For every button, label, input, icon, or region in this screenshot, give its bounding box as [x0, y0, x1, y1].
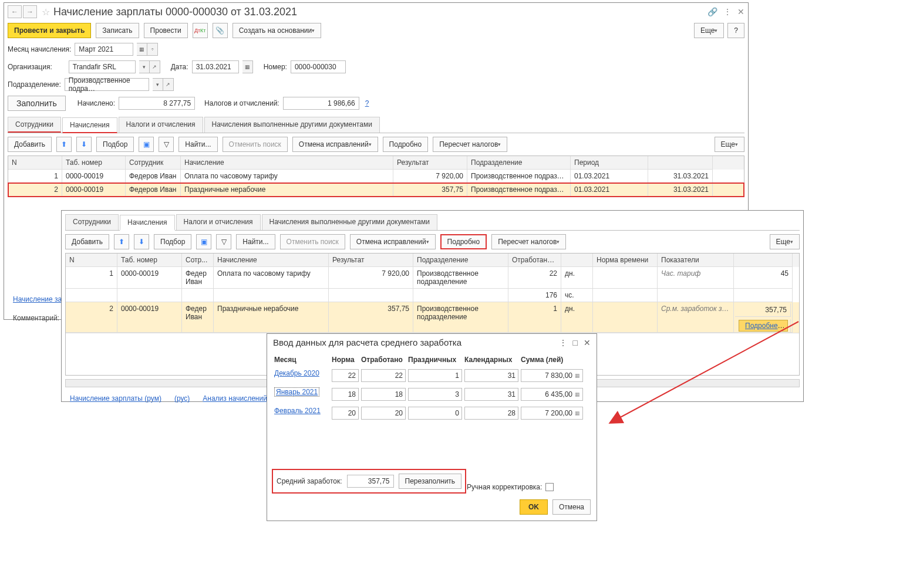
org-input[interactable]: Trandafir SRL	[69, 60, 136, 73]
calendar-input[interactable]: 31	[464, 369, 518, 382]
fill-icon[interactable]: ▣	[196, 234, 211, 249]
table-row[interactable]: 1 0000-00019 Федер Иван Оплата по часово…	[66, 267, 799, 289]
close-icon[interactable]: ✕	[584, 338, 591, 347]
worked-input[interactable]: 18	[361, 388, 406, 401]
create-based-button[interactable]: Создать на основании	[233, 23, 322, 38]
nav-forward-button[interactable]: →	[23, 5, 37, 18]
post-button[interactable]: Провести	[144, 23, 188, 38]
tab-other-docs[interactable]: Начисления выполненные другими документа…	[204, 117, 380, 133]
move-down-button[interactable]: ⬇	[134, 234, 149, 249]
star-icon[interactable]: ☆	[42, 6, 50, 18]
pick-button[interactable]: Подбор	[96, 137, 134, 152]
calendar-icon[interactable]: ▦	[242, 60, 253, 73]
table-row-selected[interactable]: 2 0000-00019 Федер Иван Праздничные нера…	[66, 302, 799, 333]
filter-icon[interactable]: ▽	[159, 137, 174, 152]
open-icon[interactable]: ↗	[150, 60, 160, 73]
help-link[interactable]: ?	[365, 99, 369, 107]
pick-button[interactable]: Подбор	[154, 234, 191, 249]
post-and-close-button[interactable]: Провести и закрыть	[8, 23, 91, 38]
nav-back-button[interactable]: ←	[8, 5, 22, 18]
month-link[interactable]: Декабрь 2020	[274, 369, 319, 377]
indicator-value: 357,75	[735, 303, 791, 317]
tab-other-docs[interactable]: Начисления выполненные другими документа…	[262, 214, 437, 230]
save-button[interactable]: Записать	[96, 23, 139, 38]
cancel-fixes-button[interactable]: Отмена исправлений	[292, 137, 378, 152]
department-input[interactable]: Производственное подра…	[65, 78, 149, 91]
number-input[interactable]: 0000-000030	[291, 60, 346, 73]
calendar-input[interactable]: 28	[464, 407, 518, 420]
recalc-button[interactable]: Пересчет налогов	[491, 234, 566, 249]
col-tabno: Таб. номер	[62, 156, 126, 170]
tab-accruals[interactable]: Начисления	[62, 117, 117, 133]
tab-taxes[interactable]: Налоги и отчисления	[176, 214, 261, 230]
find-button[interactable]: Найти...	[236, 234, 275, 249]
holidays-input[interactable]: 1	[408, 369, 462, 382]
add-button[interactable]: Добавить	[65, 234, 109, 249]
calendar-icon[interactable]: ▦	[137, 43, 147, 56]
holidays-input[interactable]: 3	[408, 388, 462, 401]
detail-button-highlighted[interactable]: Подробно	[440, 234, 487, 249]
move-up-button[interactable]: ⬆	[56, 137, 72, 152]
more-button[interactable]: Еще	[694, 23, 724, 38]
recalc-button[interactable]: Пересчет налогов	[433, 137, 507, 152]
refill-button[interactable]: Перезаполнить	[399, 474, 462, 489]
sum-input[interactable]: 7 200,00▦	[521, 407, 583, 420]
tabs-bar-2: Сотрудники Начисления Налоги и отчислени…	[65, 214, 800, 231]
calendar-input[interactable]: 31	[464, 388, 518, 401]
detail-button[interactable]: Подробно	[383, 137, 429, 152]
fill-button[interactable]: Заполнить	[8, 96, 66, 111]
col-n: N	[8, 156, 62, 170]
maximize-icon[interactable]: □	[573, 338, 578, 347]
tab-employees[interactable]: Сотрудники	[8, 117, 61, 133]
ok-button[interactable]: OK	[520, 499, 548, 515]
average-earnings-box: Средний заработок: 357,75 Перезаполнить	[272, 469, 466, 494]
close-icon[interactable]: ✕	[737, 7, 744, 16]
sum-input[interactable]: 7 830,00▦	[521, 369, 583, 382]
filter-icon[interactable]: ▽	[216, 234, 231, 249]
move-down-button[interactable]: ⬇	[76, 137, 92, 152]
tab-taxes[interactable]: Налоги и отчисления	[119, 117, 203, 133]
attach-icon[interactable]: 📎	[213, 23, 228, 38]
month-link[interactable]: Февраль 2021	[274, 407, 321, 415]
sum-input[interactable]: 6 435,00▦	[521, 388, 583, 401]
help-button[interactable]: ?	[727, 23, 744, 38]
add-button[interactable]: Добавить	[8, 137, 52, 152]
fill-icon[interactable]: ▣	[139, 137, 154, 152]
dtkt-icon[interactable]: ДтКт	[193, 23, 208, 38]
month-link[interactable]: Январь 2021	[274, 387, 319, 397]
tab-accruals[interactable]: Начисления	[120, 215, 175, 231]
date-input[interactable]: 31.03.2021	[192, 60, 239, 73]
month-input[interactable]: Март 2021	[75, 43, 133, 56]
norm-input[interactable]: 18	[332, 388, 359, 401]
stepper-icon[interactable]: ÷	[147, 43, 158, 56]
cancel-fixes-button[interactable]: Отмена исправлений	[350, 234, 436, 249]
table-row-selected[interactable]: 2 0000-00019 Федеров Иван Праздничные не…	[8, 183, 744, 197]
table-row[interactable]: 1 0000-00019 Федеров Иван Оплата по часо…	[8, 170, 744, 183]
holidays-input[interactable]: 0	[408, 407, 462, 420]
tab-employees[interactable]: Сотрудники	[65, 214, 119, 230]
chevron-down-icon[interactable]: ▾	[153, 78, 163, 91]
table-more-button[interactable]: Еще	[715, 137, 744, 152]
payroll-link-fragment[interactable]: Начисление за	[13, 295, 62, 303]
norm-input[interactable]: 22	[332, 369, 359, 382]
kebab-icon[interactable]: ⋮	[723, 7, 732, 16]
move-up-button[interactable]: ⬆	[114, 234, 129, 249]
more-detail-button[interactable]: Подробнее	[739, 320, 788, 332]
manual-checkbox[interactable]	[545, 483, 554, 491]
kebab-icon[interactable]: ⋮	[559, 338, 567, 347]
chevron-down-icon[interactable]: ▾	[139, 60, 150, 73]
payroll-rus-link[interactable]: (рус)	[172, 394, 192, 403]
table-row-sub[interactable]: 176 чс.	[66, 289, 799, 302]
norm-input[interactable]: 20	[332, 407, 359, 420]
find-button[interactable]: Найти...	[178, 137, 217, 152]
worked-input[interactable]: 22	[361, 369, 406, 382]
table-more-button[interactable]: Еще	[770, 234, 800, 249]
payroll-rom-link[interactable]: Начисление зарплаты (рум)	[68, 394, 164, 403]
open-icon[interactable]: ↗	[163, 78, 174, 91]
table-toolbar-2: Добавить ⬆ ⬇ Подбор ▣ ▽ Найти... Отменит…	[62, 231, 803, 253]
cancel-button[interactable]: Отмена	[552, 499, 591, 515]
link-icon[interactable]: 🔗	[707, 7, 717, 16]
analysis-link[interactable]: Анализ начислений	[200, 394, 269, 403]
avg-value[interactable]: 357,75	[347, 475, 394, 488]
worked-input[interactable]: 20	[361, 407, 406, 420]
